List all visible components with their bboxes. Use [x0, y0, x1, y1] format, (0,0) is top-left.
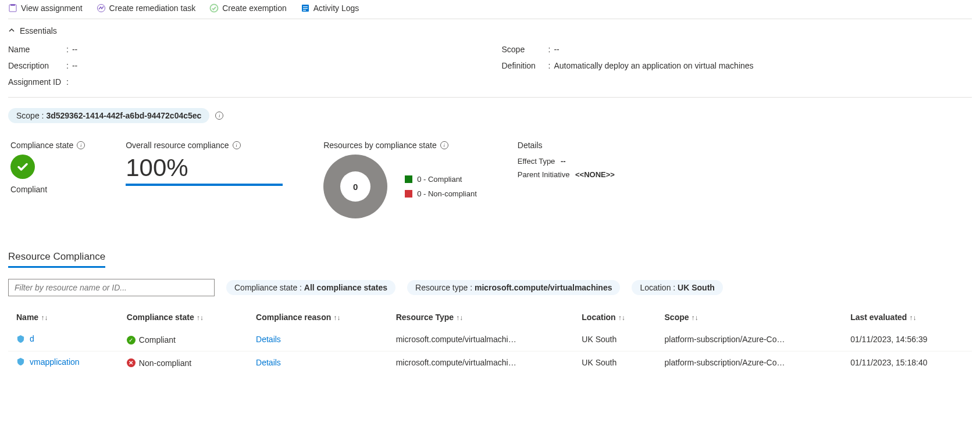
- resources-by-state-tile: Resources by compliance state i 0 0 - Co…: [323, 141, 477, 218]
- legend-swatch-green: [405, 175, 412, 183]
- cell-location: UK South: [573, 351, 656, 374]
- cell-scope: platform-subscription/Azure-Co…: [657, 351, 843, 374]
- cell-name[interactable]: vmapplication: [8, 351, 119, 374]
- summary-tiles: Compliance state i Compliant Overall res…: [8, 129, 972, 224]
- filters-row: Compliance state All compliance states R…: [8, 268, 972, 303]
- view-assignment-label: View assignment: [21, 3, 83, 13]
- essentials-definition: Definition : Automatically deploy an app…: [502, 58, 972, 74]
- cell-location: UK South: [573, 328, 656, 351]
- cell-last-evaluated: 01/11/2023, 15:18:40: [842, 351, 972, 374]
- cell-last-evaluated: 01/11/2023, 14:56:39: [842, 328, 972, 351]
- view-assignment-button[interactable]: View assignment: [8, 3, 83, 13]
- cell-compliance: ✓Compliant: [119, 328, 248, 351]
- resource-compliance-table: Name↑↓ Compliance state↑↓ Compliance rea…: [8, 307, 972, 374]
- overall-compliance-title: Overall resource compliance: [126, 141, 229, 150]
- effect-type-value: --: [561, 157, 566, 166]
- legend-swatch-red: [405, 190, 412, 198]
- create-exemption-button[interactable]: Create exemption: [209, 3, 287, 13]
- resources-donut-chart: 0: [323, 155, 387, 218]
- status-compliant: ✓Compliant: [127, 335, 176, 345]
- essentials-scope: Scope : --: [502, 41, 972, 58]
- chevron-up-icon: [8, 26, 15, 35]
- parent-initiative-label: Parent Initiative: [518, 170, 570, 179]
- svg-rect-1: [10, 4, 15, 6]
- scope-filter-pill[interactable]: Scope 3d529362-1414-442f-a6bd-94472c04c5…: [8, 108, 209, 123]
- col-location[interactable]: Location↑↓: [573, 307, 656, 328]
- svg-rect-7: [303, 10, 306, 10]
- compliance-state-title: Compliance state: [10, 141, 73, 150]
- create-remediation-button[interactable]: Create remediation task: [97, 3, 196, 13]
- activity-logs-button[interactable]: Activity Logs: [301, 3, 359, 13]
- resource-type-filter[interactable]: Resource type microsoft.compute/virtualm…: [407, 280, 620, 295]
- essentials-title: Essentials: [20, 26, 57, 35]
- info-icon[interactable]: i: [233, 141, 241, 149]
- parent-initiative-value: <<NONE>>: [575, 170, 615, 179]
- cell-resource-type: microsoft.compute/virtualmachi…: [388, 328, 574, 351]
- cell-reason[interactable]: Details: [248, 328, 388, 351]
- status-noncompliant: ✕Non-compliant: [127, 358, 191, 368]
- cell-compliance: ✕Non-compliant: [119, 351, 248, 374]
- info-icon[interactable]: i: [440, 141, 448, 149]
- location-filter[interactable]: Location UK South: [632, 280, 722, 295]
- legend-compliant: 0 - Compliant: [405, 175, 477, 184]
- assignment-icon: [8, 3, 17, 13]
- details-title: Details: [518, 141, 615, 150]
- toolbar: View assignment Create remediation task …: [8, 0, 972, 19]
- tab-resource-compliance[interactable]: Resource Compliance: [8, 251, 105, 268]
- col-compliance-state[interactable]: Compliance state↑↓: [119, 307, 248, 328]
- exemption-icon: [209, 3, 219, 13]
- cell-name[interactable]: d: [8, 328, 119, 351]
- essentials-toggle[interactable]: Essentials: [8, 19, 972, 39]
- compliance-state-status: Compliant: [10, 185, 85, 194]
- effect-type-label: Effect Type: [518, 157, 555, 166]
- donut-total: 0: [340, 171, 370, 202]
- cell-resource-type: microsoft.compute/virtualmachi…: [388, 351, 574, 374]
- col-compliance-reason[interactable]: Compliance reason↑↓: [248, 307, 388, 328]
- col-last-evaluated[interactable]: Last evaluated↑↓: [842, 307, 972, 328]
- details-tile: Details Effect Type -- Parent Initiative…: [518, 141, 615, 181]
- create-exemption-label: Create exemption: [222, 3, 287, 13]
- col-name[interactable]: Name↑↓: [8, 307, 119, 328]
- activity-logs-label: Activity Logs: [313, 3, 359, 13]
- scope-bar: Scope 3d529362-1414-442f-a6bd-94472c04c5…: [8, 98, 972, 129]
- x-circle-icon: ✕: [127, 358, 136, 367]
- compliance-state-tile: Compliance state i Compliant: [10, 141, 85, 194]
- info-icon[interactable]: i: [215, 112, 223, 120]
- resources-by-state-title: Resources by compliance state: [323, 141, 437, 150]
- tabs: Resource Compliance: [8, 251, 972, 268]
- essentials-name: Name : --: [8, 41, 479, 58]
- essentials-panel: Name : -- Description : -- Assignment ID…: [8, 39, 972, 98]
- filter-input[interactable]: [8, 279, 215, 296]
- legend-noncompliant: 0 - Non-compliant: [405, 189, 477, 198]
- table-row[interactable]: d✓CompliantDetailsmicrosoft.compute/virt…: [8, 328, 972, 351]
- donut-legend: 0 - Compliant 0 - Non-compliant: [405, 175, 477, 198]
- col-resource-type[interactable]: Resource Type↑↓: [388, 307, 574, 328]
- vm-icon: [16, 357, 25, 366]
- col-scope[interactable]: Scope↑↓: [657, 307, 843, 328]
- cell-scope: platform-subscription/Azure-Co…: [657, 328, 843, 351]
- table-row[interactable]: vmapplication✕Non-compliantDetailsmicros…: [8, 351, 972, 374]
- cell-reason[interactable]: Details: [248, 351, 388, 374]
- svg-rect-5: [303, 6, 308, 7]
- compliance-state-filter[interactable]: Compliance state All compliance states: [226, 280, 395, 295]
- overall-compliance-percent: 100%: [126, 155, 283, 181]
- check-circle-icon: ✓: [127, 336, 136, 345]
- activity-logs-icon: [301, 3, 310, 13]
- essentials-assignment-id: Assignment ID :: [8, 74, 479, 90]
- info-icon[interactable]: i: [77, 141, 85, 149]
- overall-compliance-bar: [126, 184, 283, 186]
- overall-compliance-tile: Overall resource compliance i 100%: [126, 141, 283, 186]
- compliant-check-icon: [10, 155, 35, 179]
- svg-rect-6: [303, 8, 308, 9]
- create-remediation-label: Create remediation task: [109, 3, 196, 13]
- remediation-icon: [97, 3, 106, 13]
- vm-icon: [16, 335, 25, 343]
- essentials-description: Description : --: [8, 58, 479, 74]
